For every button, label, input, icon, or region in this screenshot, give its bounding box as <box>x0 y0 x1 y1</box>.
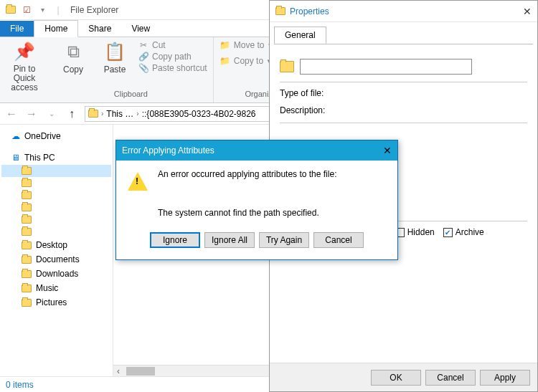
app-icon <box>3 2 19 18</box>
status-item-count: 0 items <box>6 380 34 390</box>
apply-button[interactable]: Apply <box>480 370 530 386</box>
tab-share[interactable]: Share <box>78 21 121 37</box>
tree-music[interactable]: Music <box>1 281 111 295</box>
window-title: File Explorer <box>70 5 118 15</box>
nav-tree: ☁OneDrive 🖥This PC Desktop Documents Dow… <box>0 125 113 376</box>
separator: | <box>50 2 66 18</box>
tree-onedrive[interactable]: ☁OneDrive <box>1 129 111 143</box>
error-message-2: The system cannot find the path specifie… <box>158 208 386 218</box>
hidden-label: Hidden <box>407 227 435 237</box>
tab-view[interactable]: View <box>121 21 160 37</box>
folder-icon <box>22 299 32 307</box>
tree-label: OneDrive <box>24 131 61 141</box>
paste-shortcut-icon: 📎 <box>138 63 149 73</box>
up-button[interactable]: ↑ <box>65 107 79 120</box>
scroll-left-icon[interactable]: ‹ <box>113 366 123 376</box>
copy-path-icon: 🔗 <box>138 52 149 62</box>
chevron-right-icon: › <box>101 110 103 118</box>
tree-item[interactable] <box>1 201 111 214</box>
paste-shortcut-label: Paste shortcut <box>152 63 207 73</box>
tab-general[interactable]: General <box>274 27 326 44</box>
error-message-1: An error occurred applying attributes to… <box>158 169 386 179</box>
tree-desktop[interactable]: Desktop <box>1 238 111 252</box>
tree-label: Downloads <box>36 269 78 279</box>
paste-shortcut-button[interactable]: 📎Paste shortcut <box>138 63 207 73</box>
properties-tabs: General <box>270 22 537 44</box>
properties-title: Properties <box>290 6 329 16</box>
folder-icon <box>275 7 285 15</box>
folder-icon <box>22 204 32 211</box>
tab-home[interactable]: Home <box>34 20 78 37</box>
pc-icon: 🖥 <box>11 153 20 163</box>
tab-file[interactable]: File <box>0 21 34 37</box>
cloud-icon: ☁ <box>11 131 20 141</box>
paste-button[interactable]: 📋 Paste <box>96 40 133 75</box>
copy-button[interactable]: ⧉ Copy <box>55 40 92 75</box>
recent-locations-button[interactable]: ⌄ <box>44 110 59 118</box>
folder-icon <box>22 256 32 264</box>
cancel-button[interactable]: Cancel <box>425 370 476 386</box>
cut-button[interactable]: ✂Cut <box>138 40 207 50</box>
breadcrumb[interactable]: This … <box>106 109 133 119</box>
tree-downloads[interactable]: Downloads <box>1 267 111 281</box>
copy-path-button[interactable]: 🔗Copy path <box>138 52 207 62</box>
tree-item[interactable] <box>1 189 111 201</box>
properties-titlebar[interactable]: Properties ✕ <box>270 1 537 22</box>
cancel-button[interactable]: Cancel <box>313 232 364 248</box>
folder-icon <box>22 228 32 236</box>
group-clipboard-label: Clipboard <box>55 88 207 100</box>
cut-icon: ✂ <box>138 40 149 50</box>
archive-label: Archive <box>456 227 484 237</box>
tree-this-pc[interactable]: 🖥This PC <box>1 150 111 165</box>
pin-label: Pin to Quick access <box>6 64 43 93</box>
forward-button[interactable]: → <box>24 107 39 120</box>
tree-label: Desktop <box>36 240 67 250</box>
folder-icon <box>22 242 32 249</box>
breadcrumb-guid[interactable]: ::{088E3905-0323-4B02-9826 <box>142 109 256 119</box>
tree-item[interactable] <box>1 214 111 226</box>
paste-label: Paste <box>104 64 126 75</box>
chevron-right-icon: › <box>136 110 138 118</box>
copy-label: Copy <box>63 64 83 75</box>
tree-item[interactable] <box>1 177 111 189</box>
error-dialog: Error Applying Attributes ✕ An error occ… <box>115 140 398 260</box>
error-titlebar[interactable]: Error Applying Attributes ✕ <box>116 140 397 161</box>
try-again-button[interactable]: Try Again <box>259 232 309 248</box>
ignore-button[interactable]: Ignore <box>150 232 200 248</box>
cut-label: Cut <box>152 40 166 50</box>
folder-icon <box>22 179 32 187</box>
tree-item[interactable] <box>1 165 111 177</box>
qat-dropdown-icon[interactable]: ▾ <box>34 2 50 18</box>
qat-checkbox-icon[interactable]: ☑ <box>19 2 34 18</box>
tree-label: Documents <box>36 254 80 264</box>
tree-item[interactable] <box>1 226 111 238</box>
copy-to-button[interactable]: 📁Copy to ▼ <box>220 56 273 66</box>
scrollbar-thumb[interactable] <box>126 367 155 376</box>
close-button[interactable]: ✕ <box>383 145 392 156</box>
folder-icon <box>22 216 32 224</box>
name-field[interactable] <box>300 59 472 75</box>
move-to-button[interactable]: 📁Move to ▼ <box>220 40 273 50</box>
ignore-all-button[interactable]: Ignore All <box>204 232 255 248</box>
copy-to-icon: 📁 <box>220 56 231 66</box>
pin-icon: 📌 <box>14 40 35 63</box>
warning-icon <box>128 172 148 191</box>
folder-icon <box>22 191 32 199</box>
archive-checkbox[interactable]: ✔Archive <box>443 227 484 237</box>
paste-icon: 📋 <box>104 40 126 63</box>
copy-icon: ⧉ <box>67 40 80 63</box>
move-to-label: Move to <box>234 40 265 50</box>
description-label: Description: <box>280 105 337 115</box>
pin-to-quick-access-button[interactable]: 📌 Pin to Quick access <box>6 40 43 93</box>
close-button[interactable]: ✕ <box>523 6 532 17</box>
folder-icon <box>22 285 32 292</box>
move-to-icon: 📁 <box>220 40 231 50</box>
tree-label: Music <box>36 283 58 293</box>
tree-label: Pictures <box>36 297 67 307</box>
tree-documents[interactable]: Documents <box>1 252 111 267</box>
hidden-checkbox[interactable]: Hidden <box>395 227 435 237</box>
back-button[interactable]: ← <box>4 107 19 120</box>
tree-pictures[interactable]: Pictures <box>1 295 111 310</box>
ok-button[interactable]: OK <box>371 370 421 386</box>
tree-label: This PC <box>24 153 55 163</box>
